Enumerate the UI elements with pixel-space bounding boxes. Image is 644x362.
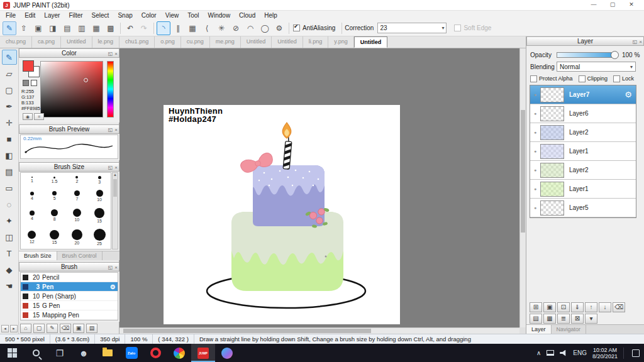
redo-icon[interactable]: ↷ bbox=[137, 21, 151, 35]
add-folder-icon[interactable]: ▣ bbox=[543, 302, 556, 312]
brush-size-option[interactable]: 3 bbox=[88, 173, 111, 187]
float-panel-icon[interactable]: ◱ bbox=[108, 263, 113, 272]
search-button[interactable] bbox=[24, 344, 48, 362]
tab-layer[interactable]: Layer bbox=[526, 325, 552, 334]
checkbox[interactable] bbox=[530, 75, 537, 82]
parallel-snap-icon[interactable]: ∥ bbox=[171, 21, 185, 35]
brush-size-option[interactable]: 15 bbox=[43, 226, 66, 250]
menu-item[interactable]: Edit bbox=[20, 11, 40, 20]
brush-size-option[interactable]: 7 bbox=[66, 187, 89, 206]
Layer2[interactable]: ● Layer2 ⚙ bbox=[530, 123, 636, 142]
start-button[interactable] bbox=[0, 344, 24, 362]
magic-wand-tool[interactable]: ✦ bbox=[2, 213, 17, 228]
clock[interactable]: 10:02 AM 8/20/2021 bbox=[592, 347, 618, 359]
text-tool[interactable]: T bbox=[2, 246, 17, 261]
palette-swatch[interactable] bbox=[31, 80, 37, 86]
network-icon[interactable] bbox=[547, 350, 554, 356]
hue-slider[interactable] bbox=[107, 61, 114, 118]
Pen[interactable]: 3 Pen ⚙ bbox=[21, 282, 118, 292]
correction-select[interactable]: 23 ▾ bbox=[377, 23, 447, 33]
notification-center-button[interactable] bbox=[632, 349, 640, 357]
delete-layer-icon[interactable]: ⌫ bbox=[613, 302, 625, 312]
brush-size-scrollbar[interactable]: ▲ bbox=[112, 172, 118, 250]
swap-color-button[interactable]: ◂ bbox=[1, 325, 9, 332]
visibility-icon[interactable]: ● bbox=[530, 130, 540, 134]
canvas[interactable]: HuynhThienn #Holdap247 bbox=[164, 105, 400, 324]
visibility-icon[interactable]: ● bbox=[530, 187, 540, 191]
move-layer-up-icon[interactable]: ↑ bbox=[585, 302, 597, 312]
float-panel-icon[interactable]: ◱ bbox=[108, 50, 113, 58]
brush-list-icon[interactable]: ▤ bbox=[86, 324, 97, 333]
hand-tool[interactable]: ☚ bbox=[2, 278, 17, 293]
close-panel-icon[interactable]: × bbox=[114, 126, 118, 134]
layer-list-icon[interactable]: ≣ bbox=[557, 314, 570, 324]
move-tool[interactable]: ✛ bbox=[2, 115, 17, 130]
gear-icon[interactable]: ⚙ bbox=[110, 283, 116, 290]
document-tab[interactable]: chu.png bbox=[0, 36, 32, 48]
paint-app-button[interactable] bbox=[167, 344, 191, 362]
float-panel-icon[interactable]: ◱ bbox=[108, 126, 113, 134]
document-tab[interactable]: o.png bbox=[155, 36, 181, 48]
saturation-value-picker[interactable] bbox=[40, 61, 103, 118]
Mapping Pen[interactable]: 15 Mapping Pen ⚙ bbox=[21, 310, 118, 320]
upload-icon[interactable]: ⇧ bbox=[17, 21, 31, 35]
brush-folder-icon[interactable]: ▣ bbox=[73, 324, 84, 333]
menu-item[interactable]: Tool bbox=[183, 11, 203, 20]
Layer1[interactable]: ● Layer1 ⚙ bbox=[530, 180, 636, 199]
brush-size-option[interactable]: 25 bbox=[88, 226, 111, 250]
Layer2[interactable]: ● Layer2 ⚙ bbox=[530, 161, 636, 180]
save-icon[interactable]: ▤ bbox=[60, 21, 74, 35]
gradient-tool[interactable]: ▤ bbox=[2, 164, 17, 179]
minimize-button[interactable]: — bbox=[584, 0, 603, 10]
visibility-icon[interactable]: ● bbox=[530, 206, 540, 210]
move-layer-down-icon[interactable]: ↓ bbox=[599, 302, 611, 312]
close-panel-icon[interactable]: × bbox=[114, 50, 118, 58]
visibility-icon[interactable]: ● bbox=[530, 111, 540, 116]
menu-item[interactable]: Layer bbox=[40, 11, 64, 20]
vanishing-snap-icon[interactable]: ⟨ bbox=[200, 21, 214, 35]
duplicate-layer-icon[interactable]: ⊡ bbox=[557, 302, 570, 312]
new-brush-icon[interactable]: ▢ bbox=[33, 324, 45, 333]
document-tab[interactable]: me.png bbox=[210, 36, 241, 48]
scrollbar-thumb[interactable] bbox=[113, 179, 117, 197]
scrollbar-thumb[interactable] bbox=[521, 110, 525, 233]
document-tab[interactable]: Untitled bbox=[241, 36, 272, 48]
marquee-tool[interactable]: ▭ bbox=[2, 180, 17, 195]
document-tab[interactable]: Untitled bbox=[272, 36, 303, 48]
close-panel-icon[interactable]: × bbox=[114, 263, 118, 272]
brush-size-option[interactable]: 4 bbox=[21, 205, 43, 226]
brush-size-option[interactable]: 10 bbox=[88, 187, 111, 206]
layer-checkbox[interactable]: Lock bbox=[613, 75, 634, 82]
delete-brush-icon[interactable]: ⌫ bbox=[60, 324, 71, 333]
maximize-button[interactable]: ▢ bbox=[603, 0, 622, 10]
brush-size-option[interactable]: 10 bbox=[66, 205, 89, 226]
document-tab[interactable]: cu.png bbox=[181, 36, 210, 48]
message-icon[interactable]: ◨ bbox=[46, 21, 60, 35]
snap-off-icon[interactable]: ⊘ bbox=[229, 21, 243, 35]
task-view-button[interactable]: ❐ bbox=[48, 344, 72, 362]
document-tab[interactable]: li.png bbox=[303, 36, 329, 48]
visibility-icon[interactable]: ● bbox=[530, 168, 540, 172]
Layer5[interactable]: ● Layer5 ⚙ bbox=[530, 199, 636, 217]
clear-layer-icon[interactable]: ⊠ bbox=[571, 314, 584, 324]
document-tab[interactable]: y.png bbox=[328, 36, 353, 48]
Pencil[interactable]: 20 Pencil ⚙ bbox=[21, 273, 118, 282]
close-button[interactable]: ✕ bbox=[622, 0, 641, 10]
curve-snap-icon[interactable]: ◠ bbox=[243, 21, 257, 35]
brush-mode-icon[interactable]: ◝ bbox=[157, 21, 170, 35]
menu-item[interactable]: File bbox=[1, 11, 20, 20]
blending-select[interactable]: Normal ▾ bbox=[557, 62, 636, 72]
edit-brush-icon[interactable]: ✎ bbox=[47, 324, 58, 333]
mask-icon[interactable]: ▤ bbox=[530, 314, 542, 324]
visibility-icon[interactable]: ● bbox=[530, 149, 540, 153]
divide-tool[interactable]: ◫ bbox=[2, 229, 17, 244]
table-icon[interactable]: ▩ bbox=[104, 21, 118, 35]
scrollbar-thumb[interactable] bbox=[123, 329, 371, 333]
opacity-slider[interactable] bbox=[557, 52, 617, 58]
undo-icon[interactable]: ↶ bbox=[123, 21, 137, 35]
layer-checkbox[interactable]: Clipping bbox=[579, 75, 608, 82]
float-panel-icon[interactable]: ◱ bbox=[633, 38, 638, 46]
document-tab[interactable]: chu1.png bbox=[119, 36, 155, 48]
paint-icon[interactable]: ✎ bbox=[3, 21, 16, 35]
document-tab[interactable]: Untitled bbox=[61, 36, 92, 48]
